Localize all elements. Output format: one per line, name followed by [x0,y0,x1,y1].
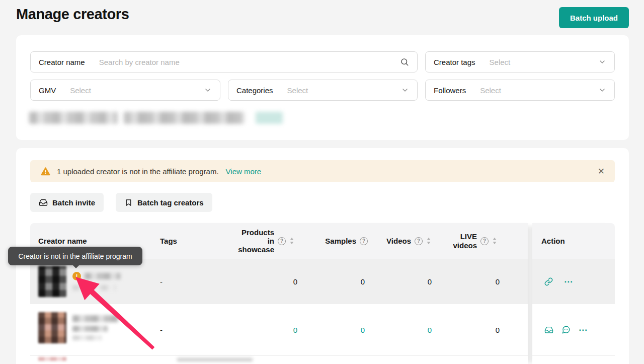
products-cell[interactable]: 0 [214,326,299,334]
avatar [38,312,66,343]
banner-message: 1 uploaded creator is not in the affilia… [57,167,219,176]
creator-name-search[interactable]: Creator name [30,51,418,72]
batch-invite-button[interactable]: Batch invite [30,193,104,212]
creator-tags-select[interactable]: Creator tags Select [425,51,615,72]
redacted-creator-handle [72,335,102,340]
avatar [38,266,66,297]
categories-label: Categories [236,86,273,95]
close-icon[interactable]: ✕ [598,167,605,176]
creator-cell[interactable] [30,304,160,343]
followers-select[interactable]: Followers Select [425,80,615,101]
gmv-label: GMV [39,86,56,95]
batch-invite-label: Batch invite [52,198,95,207]
live-videos-cell: 0 [441,277,528,286]
column-header-creator-name: Creator name [30,237,160,245]
not-in-affiliate-warning-icon[interactable]: ! [72,272,81,280]
table-row[interactable]: ! - 0 0 0 0 [30,259,528,304]
table-row[interactable]: - 0 0 0 0 [30,304,528,356]
chevron-down-icon [598,86,606,94]
page-title: Manage creators [16,6,129,23]
column-header-videos[interactable]: Videos ? [371,237,441,245]
search-icon[interactable] [400,57,409,66]
samples-cell[interactable]: 0 [299,326,371,334]
action-column: Action ⋯ ⋯ [532,223,615,364]
table-scroll-area[interactable]: Creator name Tags Products in showcase ?… [30,223,528,364]
chevron-down-icon [204,86,212,94]
tags-cell: - [160,326,214,334]
products-cell: 0 [214,277,299,286]
table-row-partial [30,356,528,364]
redacted-creator-name [72,315,119,322]
column-header-live-videos[interactable]: LIVE videos ? [441,232,528,250]
action-cell: ⋯ [532,304,615,356]
redacted-creator-name [72,326,108,332]
gmv-placeholder: Select [70,86,91,95]
invite-icon[interactable] [544,325,553,334]
batch-tag-label: Batch tag creators [137,198,204,207]
categories-select[interactable]: Categories Select [228,80,418,101]
redacted-creator-name [85,273,121,279]
redacted-filter-chip [124,112,245,124]
action-cell: ⋯ [532,259,615,304]
chat-icon[interactable] [561,325,571,334]
invite-inbox-icon [39,198,48,207]
chevron-down-icon [401,86,409,94]
sort-icon[interactable] [289,237,294,245]
live-videos-cell: 0 [441,326,528,334]
view-more-link[interactable]: View more [226,167,262,176]
gmv-select[interactable]: GMV Select [30,80,220,101]
samples-cell: 0 [299,277,371,286]
warning-banner: 1 uploaded creator is not in the affilia… [30,160,615,182]
tooltip-text: Creator is not in the affiliate program [18,252,132,260]
redacted-filter-chip [29,112,118,124]
filters-card: Creator name Creator tags Select GMV Sel… [16,35,629,140]
categories-placeholder: Select [287,86,308,95]
warning-triangle-icon [40,166,51,177]
help-icon[interactable]: ? [480,237,489,245]
column-header-tags: Tags [160,237,214,245]
creator-name-input[interactable] [99,58,386,66]
sort-icon[interactable] [492,237,497,245]
help-icon[interactable]: ? [278,237,286,245]
redacted-creator-handle [72,285,116,290]
more-actions-icon[interactable]: ⋯ [564,277,573,286]
column-header-products[interactable]: Products in showcase ? [214,228,299,254]
help-icon[interactable]: ? [360,237,368,245]
column-header-samples[interactable]: Samples ? [299,237,371,245]
tooltip: Creator is not in the affiliate program [8,247,142,265]
action-cell-partial [532,356,615,364]
help-icon[interactable]: ? [415,237,423,245]
creator-tags-placeholder: Select [490,58,511,66]
creators-table: Creator name Tags Products in showcase ?… [30,223,615,364]
creator-tags-label: Creator tags [434,58,475,66]
batch-tag-creators-button[interactable]: Batch tag creators [116,193,212,212]
batch-upload-button[interactable]: Batch upload [559,7,629,28]
bookmark-tag-icon [124,198,133,207]
redacted-creator-name [177,358,253,361]
creator-name-label: Creator name [39,58,85,66]
fixed-column-gap [528,223,532,364]
videos-cell[interactable]: 0 [371,326,441,334]
copy-link-icon[interactable] [544,277,553,286]
followers-placeholder: Select [480,86,501,95]
sort-icon[interactable] [426,237,431,245]
videos-cell: 0 [371,277,441,286]
tags-cell: - [160,277,214,286]
followers-label: Followers [434,86,466,95]
redacted-filter-chip [256,112,283,124]
column-header-action: Action [532,223,615,259]
chevron-down-icon [598,58,606,66]
more-actions-icon[interactable]: ⋯ [579,326,588,334]
avatar [38,357,66,361]
